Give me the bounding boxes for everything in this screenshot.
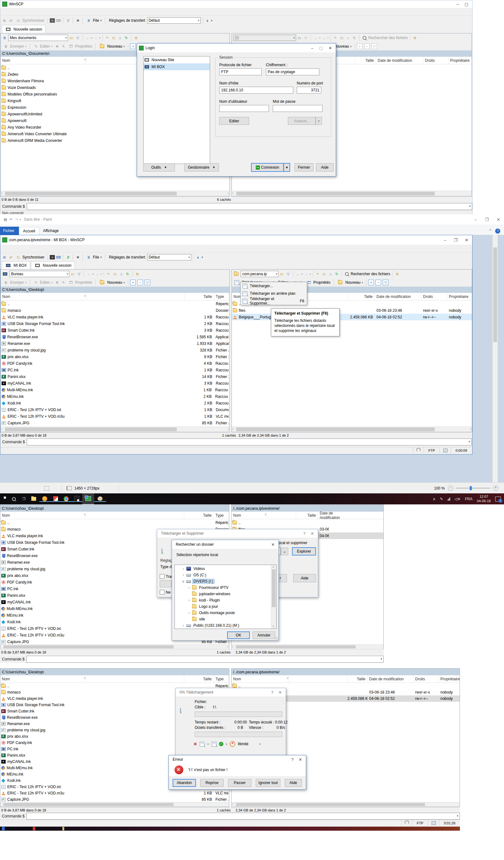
taskbar-chrome-icon[interactable] [61, 496, 72, 502]
help-button[interactable]: Aide [316, 163, 333, 172]
session-tab[interactable]: Nouvelle session [31, 261, 75, 269]
remote-path-bar[interactable]: /../com.pecana.iptvextreme/ [232, 505, 383, 512]
local-path-bar[interactable]: C:\Users\chou_\Desktop\ [0, 505, 229, 512]
open-dir-icon[interactable]: 🗁 [70, 271, 76, 276]
filter-icon[interactable]: ▽ [285, 271, 291, 276]
file-row[interactable]: VLC media player.lnk 1 KB Raccourci [1, 314, 229, 320]
minimize-button[interactable]: – [311, 46, 313, 51]
root-dir-icon[interactable]: 🗀 [112, 271, 118, 276]
file-row[interactable]: Belgique___Portugal.ts 2.459.086 KB 04-0… [232, 314, 472, 320]
refresh-session-icon[interactable]: ⇵ [65, 18, 71, 23]
properties-button[interactable]: 🗔Propriétés [67, 279, 93, 286]
tree-vscrollbar[interactable]: ˄˅ [271, 565, 276, 629]
menu-item[interactable]: Télécharger et Supprimer... F6 [241, 297, 307, 305]
col-size[interactable]: Taille [296, 512, 318, 519]
new-button[interactable]: Nouveau▾ [98, 280, 126, 285]
file-row[interactable]: Capture.JPG 85 KB Fichier JP( [0, 796, 229, 802]
abort-button[interactable]: Abandon [173, 779, 196, 787]
settings-gear-icon[interactable]: ✱ [75, 18, 80, 23]
remote-hscrollbar[interactable]: ‹› [232, 427, 472, 432]
start-button[interactable] [4, 497, 9, 501]
local-hscrollbar[interactable]: › [0, 644, 229, 649]
home-dir-icon[interactable]: ⌂ [117, 35, 123, 40]
col-type[interactable]: Type [214, 675, 228, 683]
file-row[interactable]: probleme my cloud.jpg 328 KB Fichier JP( [1, 347, 229, 354]
connect-caret[interactable]: ▾ [284, 163, 290, 172]
expander-icon[interactable]: › [181, 573, 186, 577]
speed-caret[interactable]: ▾ [259, 743, 261, 746]
minimize-button[interactable]: – [457, 2, 459, 6]
local-drive-combo[interactable]: Mes documents▾ [8, 35, 68, 41]
transfer-settings-combo[interactable]: Défaut▾ [147, 17, 201, 24]
properties-button[interactable]: 🗔Propriétés [305, 279, 332, 286]
file-row[interactable]: ResetBrowser.exe 1.585 KB Applicatio [1, 333, 229, 340]
world-icon[interactable]: 🌢 [205, 18, 210, 23]
col-rights[interactable]: Droits [414, 675, 439, 683]
task-view-icon[interactable]: ❐ [19, 497, 29, 502]
remote-path-bar[interactable]: /../com.pecana.iptvextreme/ [232, 669, 460, 675]
back-icon[interactable]: ← [85, 35, 90, 40]
edit-button[interactable]: ✎Editer▾ [32, 279, 54, 286]
col-rights[interactable]: Droits [424, 57, 448, 64]
ribbon-collapse-icon[interactable]: ˄ [489, 228, 491, 232]
close-icon[interactable]: ✕ [271, 542, 275, 547]
file-row[interactable]: .. Répertoire [0, 519, 229, 526]
taskbar-app2-icon[interactable] [50, 496, 61, 502]
connect-button[interactable]: ↪Connexion [251, 163, 284, 172]
menu-item[interactable] [12, 11, 16, 13]
title-bar[interactable]: com.pecana.iptvextreme - MI BOX - WinSCP… [0, 235, 472, 245]
remote-hscrollbar[interactable]: ‹ [232, 191, 472, 196]
back-icon[interactable]: ← [86, 271, 92, 276]
send-button[interactable]: 🗎Envoyer▾ [2, 279, 28, 286]
tray-pen-icon[interactable]: ✎ [440, 497, 443, 501]
col-date[interactable]: Date de modification [368, 675, 414, 683]
remote-hscrollbar[interactable]: ‹ [232, 802, 460, 807]
taskbar-explorer-icon[interactable] [29, 497, 39, 502]
menu-item[interactable] [34, 11, 38, 13]
filter-icon[interactable]: ▽ [75, 35, 80, 40]
synchronize-button[interactable]: 🗀Synchroniser [14, 254, 46, 260]
file-row[interactable]: ERIC - Test 12h IPTV + VOD.m3u 1 KB VLC … [0, 790, 229, 796]
tree-row[interactable]: › OS (C:) [175, 572, 276, 578]
root-dir-icon[interactable]: 🗀 [111, 35, 117, 40]
tree-row[interactable]: Logo a jour [175, 603, 276, 610]
refresh-icon[interactable]: ↻ [334, 271, 340, 276]
col-owner[interactable]: Propriétaire [448, 57, 461, 64]
menu-item[interactable] [16, 11, 20, 13]
menu-item[interactable]: Télécharger... [241, 282, 307, 290]
col-type[interactable]: Type [214, 293, 229, 300]
zoom-in-icon[interactable]: + [493, 486, 498, 491]
help-button[interactable]: Aide [285, 779, 302, 787]
close-icon[interactable]: ✕ [311, 531, 314, 536]
file-row[interactable]: MEmu.lnk 2 KB Raccourci [1, 393, 229, 400]
skip-icon[interactable] [200, 742, 205, 746]
queue-icon[interactable] [212, 742, 217, 746]
taskbar-paint-icon[interactable] [94, 496, 106, 502]
expander-icon[interactable]: › [187, 585, 191, 590]
search-files-label[interactable]: Rechercher des fichiers [368, 35, 408, 40]
tab-fichier[interactable]: Fichier [0, 227, 19, 235]
compare-icon[interactable]: ⊞ [2, 255, 7, 260]
expand-icon[interactable]: + [368, 280, 374, 285]
collapse-icon[interactable]: − [137, 280, 143, 285]
local-hscrollbar[interactable] [0, 802, 229, 807]
ok-caret[interactable]: ▾ [226, 743, 227, 746]
local-hscrollbar[interactable]: ‹› [1, 427, 229, 432]
file-menu-button[interactable]: 🗎File▾ [85, 254, 103, 260]
collapse-icon[interactable]: − [375, 280, 381, 285]
local-path-bar[interactable]: C:\Users\chou_\Desktop\ [0, 669, 229, 675]
dialog-title-bar[interactable]: 0% Téléchargement ?✕ [176, 688, 286, 697]
file-row[interactable]: Smart Cutter.lnk 3 KB Raccourci [1, 327, 229, 333]
ok-button[interactable]: OK [227, 631, 250, 639]
search-files-label[interactable]: Rechercher des fichiers [351, 272, 390, 276]
menu-item[interactable] [7, 247, 12, 249]
file-row[interactable]: files 03-06-18 23:46 rwxr-xr-x nobody [232, 307, 472, 314]
back-icon[interactable]: ← [295, 271, 301, 276]
expander-icon[interactable]: › [187, 611, 191, 615]
tree-row[interactable]: › kodi - Plugin [175, 597, 276, 603]
file-row[interactable]: .. [232, 519, 383, 526]
open-dir-icon[interactable]: 🗁 [69, 35, 74, 40]
tray-language[interactable]: FRA [465, 497, 473, 501]
skip-all-button[interactable]: Ignorer tout [256, 779, 280, 787]
col-size[interactable]: Taille [184, 512, 214, 519]
